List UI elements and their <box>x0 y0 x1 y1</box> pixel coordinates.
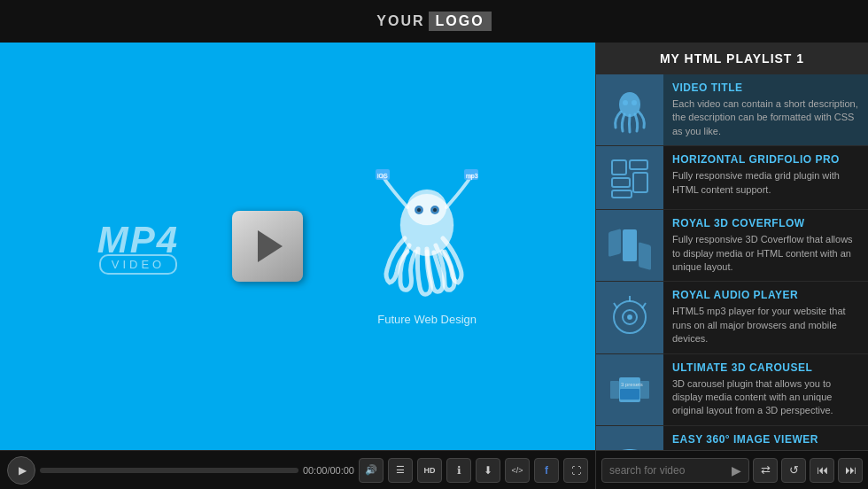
search-box[interactable]: ▶ <box>601 458 749 483</box>
main-content: MP4 VIDEO <box>0 43 868 450</box>
svg-rect-19 <box>623 229 637 261</box>
logo-area: YOUR LOGO <box>376 12 491 31</box>
svg-rect-14 <box>630 160 647 169</box>
playlist-item[interactable]: ROYAL 3D COVERFLOW Fully responsive 3D C… <box>596 210 868 282</box>
svg-rect-18 <box>608 229 621 257</box>
volume-icon: 🔊 <box>365 464 377 476</box>
item-desc: HTML5 mp3 player for your website that r… <box>672 305 859 345</box>
svg-text:mp3: mp3 <box>466 173 478 180</box>
player-controls: ▶ 00:00/00:00 🔊 ☰ HD ℹ ⬇ </> f ⛶ <box>0 450 595 489</box>
item-info: ROYAL 3D COVERFLOW Fully responsive 3D C… <box>663 210 868 281</box>
playlist-item[interactable]: EASY 360° IMAGE VIEWER Tool that allows … <box>596 426 868 450</box>
item-thumbnail <box>596 146 663 209</box>
play-button[interactable]: ▶ <box>7 456 35 485</box>
svg-point-10 <box>619 92 640 117</box>
playlist-item[interactable]: ROYAL AUDIO PLAYER HTML5 mp3 player for … <box>596 282 868 353</box>
svg-point-4 <box>417 207 422 212</box>
item-desc: Fully responsive media grid plugin with … <box>672 169 859 197</box>
svg-point-5 <box>433 207 438 212</box>
item-desc: 3D carousel plugin that allows you to di… <box>672 377 859 418</box>
next-button[interactable]: ⏭ <box>838 458 863 483</box>
octopus-area: iOS mp3 Future Web Design <box>356 167 498 326</box>
svg-rect-13 <box>612 160 626 175</box>
bottom-bar: ▶ 00:00/00:00 🔊 ☰ HD ℹ ⬇ </> f ⛶ <box>0 450 868 489</box>
info-icon: ℹ <box>457 464 461 477</box>
playlist-item[interactable]: HORIZONTAL GRIDFOLIO PRO Fully responsiv… <box>596 146 868 210</box>
sidebar-title: MY HTML PLAYLIST 1 <box>596 43 868 74</box>
playlist-toggle-button[interactable]: ☰ <box>388 458 413 483</box>
embed-button[interactable]: </> <box>505 458 530 483</box>
svg-point-11 <box>623 100 628 105</box>
item-title: ULTIMATE 3D CAROUSEL <box>672 361 859 374</box>
hd-icon: HD <box>424 466 436 475</box>
facebook-button[interactable]: f <box>534 458 559 483</box>
svg-rect-16 <box>633 173 647 192</box>
time-display: 00:00/00:00 <box>303 465 354 476</box>
prev-icon: ⏮ <box>817 463 828 477</box>
facebook-icon: f <box>545 464 548 477</box>
large-play-button[interactable] <box>232 211 303 282</box>
svg-rect-15 <box>612 178 630 187</box>
future-label: Future Web Design <box>377 313 477 326</box>
item-thumbnail <box>596 282 663 353</box>
progress-bar[interactable] <box>40 468 298 473</box>
player-content: MP4 VIDEO <box>0 167 595 326</box>
svg-point-23 <box>628 315 632 319</box>
playlist-item[interactable]: VIDEO TITLE Each video can contain a sho… <box>596 74 868 146</box>
item-info: VIDEO TITLE Each video can contain a sho… <box>663 74 868 145</box>
svg-rect-25 <box>610 381 619 399</box>
item-info: HORIZONTAL GRIDFOLIO PRO Fully responsiv… <box>663 146 868 209</box>
hd-button[interactable]: HD <box>417 458 442 483</box>
repeat-button[interactable]: ↺ <box>781 458 806 483</box>
playlist-controls: ▶ ⇄ ↺ ⏮ ⏭ <box>595 450 868 489</box>
svg-point-1 <box>407 190 446 225</box>
info-button[interactable]: ℹ <box>446 458 471 483</box>
fullscreen-button[interactable]: ⛶ <box>563 458 588 483</box>
download-button[interactable]: ⬇ <box>476 458 500 483</box>
playlist-item[interactable]: 3 presets ULTIMATE 3D CAROUSEL 3D carous… <box>596 354 868 426</box>
item-desc: Fully responsive 3D Coverflow that allow… <box>672 233 859 274</box>
logo-box: LOGO <box>429 12 492 31</box>
logo-your: YOUR <box>376 13 424 29</box>
player-area: MP4 VIDEO <box>0 43 595 450</box>
playlist-icon: ☰ <box>396 464 405 476</box>
svg-point-12 <box>632 100 637 105</box>
video-text: VIDEO <box>99 254 177 275</box>
octopus-icon: iOS mp3 <box>356 167 498 309</box>
playlist: VIDEO TITLE Each video can contain a sho… <box>596 74 868 450</box>
svg-text:3 presets: 3 presets <box>621 382 643 387</box>
item-thumbnail <box>596 210 663 281</box>
repeat-icon: ↺ <box>789 463 799 477</box>
item-thumbnail <box>596 426 663 450</box>
svg-rect-20 <box>639 242 651 270</box>
fullscreen-icon: ⛶ <box>571 465 581 476</box>
download-icon: ⬇ <box>484 464 492 477</box>
item-title: ROYAL AUDIO PLAYER <box>672 289 859 301</box>
item-info: ULTIMATE 3D CAROUSEL 3D carousel plugin … <box>663 354 868 425</box>
next-icon: ⏭ <box>845 463 856 477</box>
svg-rect-17 <box>612 190 632 198</box>
sidebar: MY HTML PLAYLIST 1 VIDEO TITLE Each vide… <box>595 43 868 450</box>
search-go-icon[interactable]: ▶ <box>732 463 741 477</box>
embed-icon: </> <box>511 466 523 475</box>
search-input[interactable] <box>609 464 732 477</box>
item-info: ROYAL AUDIO PLAYER HTML5 mp3 player for … <box>663 282 868 353</box>
top-bar: YOUR LOGO <box>0 0 868 43</box>
item-desc: Each video can contain a short descripti… <box>672 97 859 138</box>
item-thumbnail <box>596 74 663 145</box>
item-info: EASY 360° IMAGE VIEWER Tool that allows … <box>663 426 868 450</box>
play-icon: ▶ <box>19 464 27 477</box>
item-title: EASY 360° IMAGE VIEWER <box>672 433 859 446</box>
item-title: VIDEO TITLE <box>672 82 859 94</box>
shuffle-icon: ⇄ <box>761 463 771 477</box>
volume-button[interactable]: 🔊 <box>359 458 384 483</box>
item-thumbnail: 3 presets <box>596 354 663 425</box>
item-title: HORIZONTAL GRIDFOLIO PRO <box>672 153 859 166</box>
item-title: ROYAL 3D COVERFLOW <box>672 217 859 229</box>
shuffle-button[interactable]: ⇄ <box>753 458 778 483</box>
svg-text:iOS: iOS <box>377 173 388 179</box>
prev-button[interactable]: ⏮ <box>810 458 834 483</box>
mp4-logo: MP4 VIDEO <box>97 219 179 275</box>
svg-rect-28 <box>620 389 639 400</box>
